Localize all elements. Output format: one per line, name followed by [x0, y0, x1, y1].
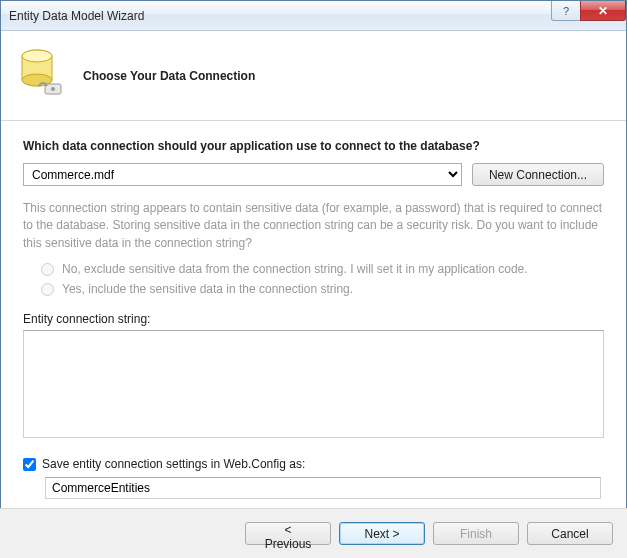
config-name-input[interactable]	[45, 477, 601, 499]
svg-point-2	[22, 50, 52, 62]
radio-exclude: No, exclude sensitive data from the conn…	[41, 262, 604, 276]
ecs-label: Entity connection string:	[23, 312, 604, 326]
previous-button[interactable]: < Previous	[245, 522, 331, 545]
radio-include: Yes, include the sensitive data in the c…	[41, 282, 604, 296]
save-settings-row[interactable]: Save entity connection settings in Web.C…	[23, 457, 604, 471]
wizard-content: Which data connection should your applic…	[1, 121, 626, 509]
window-title: Entity Data Model Wizard	[9, 9, 551, 23]
radio-exclude-input	[41, 263, 54, 276]
radio-include-label: Yes, include the sensitive data in the c…	[62, 282, 353, 296]
save-settings-checkbox[interactable]	[23, 458, 36, 471]
ecs-textarea[interactable]	[23, 330, 604, 438]
finish-button: Finish	[433, 522, 519, 545]
database-icon	[19, 46, 65, 105]
close-icon: ✕	[598, 4, 608, 18]
svg-point-4	[51, 87, 55, 91]
next-button[interactable]: Next >	[339, 522, 425, 545]
cancel-button[interactable]: Cancel	[527, 522, 613, 545]
help-button[interactable]: ?	[551, 1, 581, 21]
new-connection-button[interactable]: New Connection...	[472, 163, 604, 186]
titlebar-controls: ? ✕	[551, 1, 626, 30]
help-icon: ?	[563, 5, 569, 17]
radio-exclude-label: No, exclude sensitive data from the conn…	[62, 262, 528, 276]
wizard-header: Choose Your Data Connection	[1, 31, 626, 121]
connection-question: Which data connection should your applic…	[23, 139, 604, 153]
radio-include-input	[41, 283, 54, 296]
connection-row: Commerce.mdf New Connection...	[23, 163, 604, 186]
connection-dropdown[interactable]: Commerce.mdf	[23, 163, 462, 186]
save-settings-label: Save entity connection settings in Web.C…	[42, 457, 305, 471]
wizard-footer: < Previous Next > Finish Cancel	[0, 508, 627, 558]
sensitive-info-text: This connection string appears to contai…	[23, 200, 604, 252]
close-button[interactable]: ✕	[580, 1, 626, 21]
titlebar: Entity Data Model Wizard ? ✕	[1, 1, 626, 31]
page-title: Choose Your Data Connection	[83, 69, 255, 83]
